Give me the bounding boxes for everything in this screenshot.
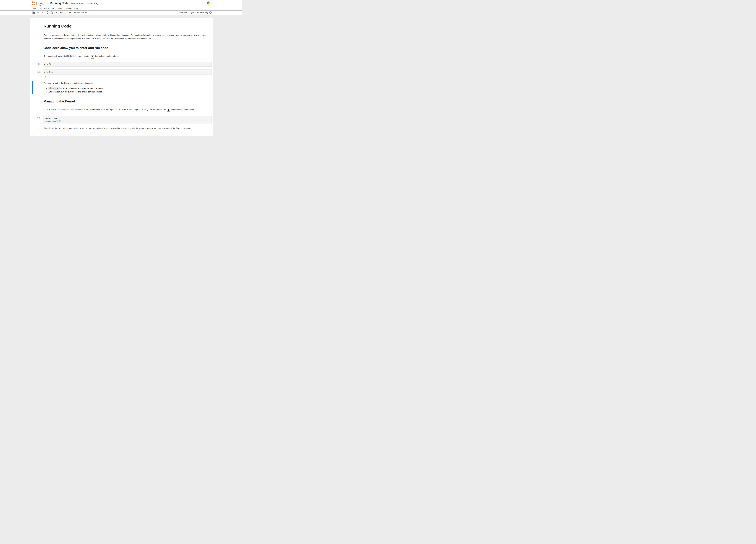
markdown-cell-title[interactable]: Running Code xyxy=(30,24,213,29)
code-editor-3[interactable]: import timetime.sleep(10) xyxy=(43,116,212,124)
code-cell-2-input: [2]: print(a) xyxy=(30,70,213,75)
code-editor-2[interactable]: print(a) xyxy=(43,70,212,75)
final-paragraph: If the Kernel dies you will be prompted … xyxy=(44,127,211,130)
kernel-paragraph: Code is run in a separate process called… xyxy=(44,108,211,112)
menu-kernel[interactable]: Kernel xyxy=(55,8,64,10)
markdown-cell-shortcuts-selected[interactable]: There are two other keyboard shortcuts f… xyxy=(30,81,213,94)
section-heading-code-cells: Code cells allow you to enter and run co… xyxy=(44,46,211,50)
menu-bar: File Edit View Run Kernel Settings Help xyxy=(0,7,242,11)
kernel-status-icon[interactable] xyxy=(209,11,212,14)
save-icon xyxy=(32,11,35,14)
cell-type-dropdown[interactable]: Markdown xyxy=(74,11,87,14)
code-cell-3: [3]: import timetime.sleep(10) xyxy=(30,116,213,124)
menu-file[interactable]: File xyxy=(32,8,37,10)
notebook-title[interactable]: Running Code xyxy=(50,2,68,5)
menu-run[interactable]: Run xyxy=(50,8,55,10)
kbd-alt-enter: Alt-Enter xyxy=(48,87,60,90)
run-cell-button[interactable] xyxy=(54,11,59,15)
section-heading-managing-kernel: Managing the Kernel xyxy=(44,100,211,103)
run-instruction-text3: button in the toolbar above: xyxy=(95,55,119,57)
inline-interrupt-button-image xyxy=(167,109,170,112)
restart-kernel-icon xyxy=(64,11,67,14)
kernel-paragraph-text: Code is run in a separate process called… xyxy=(44,108,166,111)
input-prompt-2: [2]: xyxy=(33,70,43,75)
shortcuts-intro: There are two other keyboard shortcuts f… xyxy=(44,81,211,85)
interface-menu[interactable]: Interface xyxy=(179,11,187,14)
run-instruction-text2: or pressing the xyxy=(76,55,90,57)
kernel-name[interactable]: Python 3 (ipykernel) xyxy=(190,11,208,14)
insert-cell-below-button[interactable] xyxy=(36,11,40,15)
alt-enter-text: runs the current cell and inserts a new … xyxy=(60,87,103,90)
code-cell-1: [1]: a = 10 xyxy=(30,62,213,67)
cut-cells-button[interactable] xyxy=(40,11,45,15)
cut-cells-icon xyxy=(41,11,44,14)
input-prompt-3: [3]: xyxy=(33,116,43,124)
run-instruction: Run a code cell using Shift-Enter or pre… xyxy=(44,54,211,59)
jupyter-logo[interactable]: jupyter xyxy=(31,1,46,6)
menu-edit[interactable]: Edit xyxy=(37,8,43,10)
kernel-paragraph-text2: button in the toolbar above. xyxy=(171,108,195,111)
kbd-shift-enter: Shift-Enter xyxy=(63,55,76,57)
play-icon xyxy=(92,56,93,58)
interrupt-kernel-button[interactable] xyxy=(59,11,63,15)
insert-cell-below-icon xyxy=(37,11,39,14)
page-title: Running Code xyxy=(44,24,211,29)
chevron-down-icon xyxy=(85,12,87,14)
run-cell-icon xyxy=(55,11,58,14)
paste-cells-button[interactable] xyxy=(49,11,54,15)
list-item-alt-enter: Alt-Enter runs the current cell and inse… xyxy=(48,87,211,90)
cell-type-selected: Markdown xyxy=(74,11,84,14)
kbd-ctrl-enter: Ctrl-Enter xyxy=(48,91,61,93)
notebook-page: Running Code First and foremost, the Jup… xyxy=(30,18,213,136)
app-header: jupyter Running Code Last Checkpoint: 10… xyxy=(0,0,242,7)
output-text-2: 10 xyxy=(43,75,46,78)
stop-icon xyxy=(168,109,169,111)
selected-cell-collapser[interactable] xyxy=(32,81,33,94)
markdown-cell-run-line[interactable]: Run a code cell using Shift-Enter or pre… xyxy=(30,54,213,59)
inline-run-button-image xyxy=(91,55,94,59)
menu-view[interactable]: View xyxy=(43,8,50,10)
markdown-cell-intro[interactable]: First and foremost, the Jupyter Notebook… xyxy=(30,34,213,40)
menu-settings[interactable]: Settings xyxy=(64,8,73,10)
last-checkpoint: Last Checkpoint: 10 months ago xyxy=(70,2,99,5)
code-editor-1[interactable]: a = 10 xyxy=(43,62,212,67)
python-kernel-icon xyxy=(207,1,210,5)
ctrl-enter-text: run the current cell and enters command … xyxy=(61,91,103,93)
run-instruction-text: Run a code cell using xyxy=(44,55,63,57)
paste-cells-icon xyxy=(51,11,53,14)
markdown-cell-final[interactable]: If the Kernel dies you will be prompted … xyxy=(30,127,213,130)
code-cell-2: [2]: print(a) 10 xyxy=(30,70,213,78)
input-prompt-1: [1]: xyxy=(33,62,43,67)
restart-and-run-all-icon xyxy=(69,11,71,14)
jupyter-moon-bottom xyxy=(31,5,32,6)
list-item-ctrl-enter: Ctrl-Enter run the current cell and ente… xyxy=(48,90,211,94)
svg-text:jupyter: jupyter xyxy=(36,2,46,6)
jupyter-moon-top xyxy=(32,1,33,2)
copy-cells-icon xyxy=(46,11,49,14)
restart-and-run-all-button[interactable] xyxy=(68,11,72,15)
restart-kernel-button[interactable] xyxy=(63,11,68,15)
output-prompt-2 xyxy=(33,75,43,78)
intro-paragraph: First and foremost, the Jupyter Notebook… xyxy=(44,34,211,40)
notebook-scroll-area[interactable]: Running Code First and foremost, the Jup… xyxy=(0,15,242,136)
jupyter-moon-right xyxy=(35,2,35,2)
markdown-cell-kernel-para[interactable]: Code is run in a separate process called… xyxy=(30,108,213,112)
toolbar: Markdown Interface Python 3 (ipykernel) xyxy=(0,11,242,15)
markdown-cell-kernel-heading[interactable]: Managing the Kernel xyxy=(30,100,213,103)
copy-cells-button[interactable] xyxy=(45,11,49,15)
menu-help[interactable]: Help xyxy=(73,8,79,10)
markdown-cell-code-cells-heading[interactable]: Code cells allow you to enter and run co… xyxy=(30,46,213,50)
interrupt-kernel-icon xyxy=(60,11,62,14)
output-area-2: 10 xyxy=(30,75,213,78)
shortcuts-list: Alt-Enter runs the current cell and inse… xyxy=(44,87,211,94)
save-button[interactable] xyxy=(31,11,36,15)
